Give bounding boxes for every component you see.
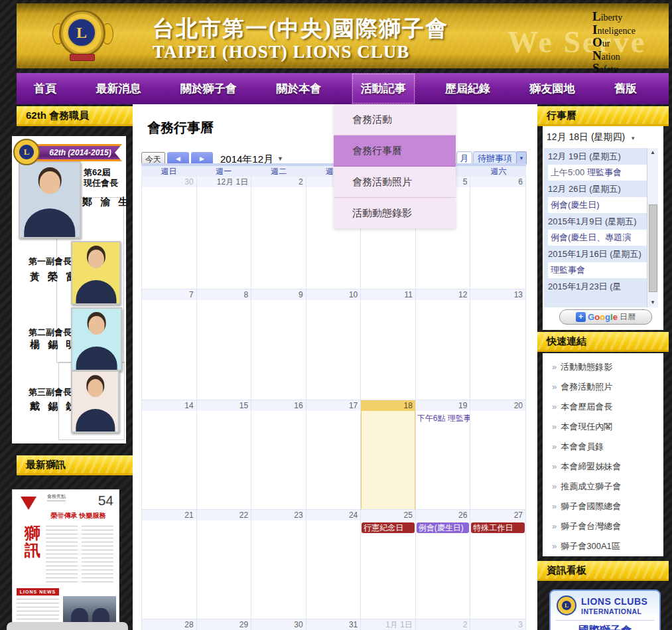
link-bullet-icon: » <box>552 441 557 451</box>
nav-item-7[interactable]: 舊版 <box>605 73 646 104</box>
calendar-day-cell[interactable]: 28 <box>142 619 197 630</box>
nav-item-4[interactable]: 活動記事 <box>352 73 415 104</box>
month-calendar: 週日週一週二週三週四週五週六 3012月 1日23456789101112131… <box>141 163 526 630</box>
main-nav: 首頁最新消息關於獅子會關於本會活動記事歷屆紀錄獅友園地舊版 <box>17 73 669 104</box>
day-number: 12月 1日 <box>197 177 251 187</box>
dropdown-item-0[interactable]: 會務活動 <box>334 104 456 135</box>
quick-link-7[interactable]: »獅子會國際總會 <box>552 501 663 520</box>
calendar-day-cell[interactable]: 26例會(慶生日) <box>416 510 471 619</box>
nav-item-0[interactable]: 首頁 <box>25 73 66 104</box>
calendar-day-cell[interactable]: 1月 1日 <box>361 619 416 630</box>
day-number: 30 <box>251 619 306 630</box>
vp-portrait <box>72 242 119 303</box>
day-number: 28 <box>142 619 196 630</box>
quick-link-9[interactable]: »獅子會300A1區 <box>552 540 663 560</box>
calendar-day-cell[interactable]: 27特殊工作日 <box>470 510 525 619</box>
quick-link-8[interactable]: »獅子會台灣總會 <box>552 520 663 540</box>
site-header: L 台北市第一(中央)國際獅子會 TAIPEI (HOST) LIONS CLU… <box>17 3 669 68</box>
calendar-day-cell[interactable]: 18 <box>361 400 416 510</box>
calendar-event-pill[interactable]: 行憲紀念日 <box>362 522 415 533</box>
motto-initial: L <box>592 9 601 23</box>
calendar-day-cell[interactable]: 10 <box>306 289 362 400</box>
magazine-headline: 榮譽傳承 快樂服務 <box>39 511 117 520</box>
calendar-day-cell[interactable]: 21 <box>142 510 197 619</box>
dropdown-item-1[interactable]: 會務行事曆 <box>334 135 456 167</box>
calendar-day-cell[interactable]: 9 <box>251 289 306 400</box>
agenda-event-row[interactable]: 上午5:00 理監事會 <box>548 165 647 181</box>
nav-item-3[interactable]: 關於本會 <box>267 73 330 104</box>
calendar-day-cell[interactable]: 8 <box>197 289 252 400</box>
agenda-date-selector[interactable]: 12月 18日 (星期四)▼ <box>547 131 636 143</box>
calendar-day-cell[interactable]: 15 <box>197 400 252 510</box>
day-number: 8 <box>197 289 251 300</box>
nav-item-5[interactable]: 歷屆紀錄 <box>436 73 500 104</box>
scrollbar-thumb[interactable] <box>649 204 657 292</box>
day-number: 23 <box>251 510 306 520</box>
calendar-day-cell[interactable]: 30 <box>251 619 306 630</box>
calendar-day-cell[interactable]: 20 <box>470 400 525 510</box>
calendar-day-cell[interactable]: 2 <box>251 177 306 289</box>
selector-caret-icon: ▼ <box>630 135 636 141</box>
google-letter: G <box>588 312 594 322</box>
month-caret-icon[interactable]: ▼ <box>277 155 283 162</box>
calendar-day-cell[interactable]: 29 <box>197 619 252 630</box>
link-bullet-icon: » <box>552 362 557 372</box>
dropdown-item-3[interactable]: 活動動態錄影 <box>334 198 456 228</box>
day-number: 17 <box>306 400 361 411</box>
day-number: 9 <box>251 289 306 300</box>
quick-link-1[interactable]: »會務活動照片 <box>552 381 663 401</box>
day-number: 30 <box>142 177 196 187</box>
quick-link-2[interactable]: »本會歷屆會長 <box>552 401 663 421</box>
agenda-event-row[interactable]: 例會(慶生日、專題演 <box>548 230 647 246</box>
calendar-day-cell[interactable]: 2 <box>416 619 471 630</box>
calendar-day-cell[interactable]: 23 <box>251 510 306 619</box>
calendar-event-pill[interactable]: 例會(慶生日) <box>417 522 470 533</box>
calendar-event-pill[interactable]: 特殊工作日 <box>471 522 525 533</box>
agenda-event-row[interactable]: 理監事會 <box>548 262 647 278</box>
tab-caret-button[interactable]: ▼ <box>516 151 527 165</box>
quick-link-0[interactable]: »活動動態錄影 <box>552 361 663 381</box>
scroll-up-button[interactable]: ▲ <box>647 148 658 157</box>
calendar-day-cell[interactable]: 7 <box>142 289 197 400</box>
info-board-banner: 資訊看板 <box>537 561 669 581</box>
quick-link-5[interactable]: »本會締盟姊妹會 <box>552 461 663 481</box>
collapsed-scroll-bar[interactable] <box>7 622 128 630</box>
calendar-day-cell[interactable]: 31 <box>306 619 362 630</box>
calendar-day-cell[interactable]: 24 <box>306 510 362 619</box>
calendar-day-cell[interactable]: 19下午6點 理監事會 <box>416 400 471 510</box>
day-number: 3 <box>470 619 525 630</box>
calendar-day-cell[interactable]: 16 <box>251 400 306 510</box>
calendar-day-cell[interactable]: 25行憲紀念日 <box>361 510 416 619</box>
calendar-day-cell[interactable]: 22 <box>197 510 252 619</box>
quick-link-label: 本會會員錄 <box>561 441 604 451</box>
dropdown-item-2[interactable]: 會務活動照片 <box>334 167 456 198</box>
calendar-day-cell[interactable]: 13 <box>470 289 525 400</box>
scroll-down-button[interactable]: ▼ <box>647 298 658 307</box>
nav-item-2[interactable]: 關於獅子會 <box>171 73 246 104</box>
day-number: 26 <box>416 510 470 520</box>
day-number: 7 <box>142 289 196 300</box>
google-calendar-button[interactable]: + Google 日曆 <box>559 309 652 325</box>
agenda-event-row[interactable]: 例會(慶生日) <box>548 197 647 213</box>
quick-link-3[interactable]: »本會現任內閣 <box>552 421 663 441</box>
calendar-day-cell[interactable]: 12 <box>416 289 471 400</box>
quick-link-6[interactable]: »推薦成立獅子會 <box>552 481 663 501</box>
agenda-scrollbar[interactable]: ▲ ▼ <box>647 148 658 307</box>
calendar-day-cell[interactable]: 6 <box>470 177 525 289</box>
nav-item-6[interactable]: 獅友園地 <box>521 73 584 104</box>
agenda-date-row: 12月 19日 (星期五) <box>544 148 647 165</box>
quick-link-4[interactable]: »本會會員錄 <box>552 441 663 461</box>
calendar-day-cell[interactable]: 3 <box>470 619 525 630</box>
day-number: 29 <box>197 619 251 630</box>
calendar-day-cell[interactable]: 17 <box>306 400 362 510</box>
nav-item-1[interactable]: 最新消息 <box>86 73 150 104</box>
calendar-day-cell[interactable]: 12月 1日 <box>197 177 252 289</box>
calendar-timed-event[interactable]: 下午6點 理監事會 <box>417 413 470 424</box>
lions-international-widget[interactable]: L LIONS CLUBS INTERNATIONAL 國際獅子會 <box>549 590 661 630</box>
calendar-day-cell[interactable]: 30 <box>142 177 197 289</box>
calendar-day-cell[interactable]: 11 <box>361 289 416 400</box>
motto-rest: ation <box>602 52 620 62</box>
calendar-day-cell[interactable]: 14 <box>142 400 197 510</box>
magazine-cover[interactable]: 會務焦點 54 榮譽傳承 快樂服務 獅訊 LIONS NEWS <box>12 489 119 630</box>
agenda-date-row: 12月 26日 (星期五) <box>544 181 647 197</box>
